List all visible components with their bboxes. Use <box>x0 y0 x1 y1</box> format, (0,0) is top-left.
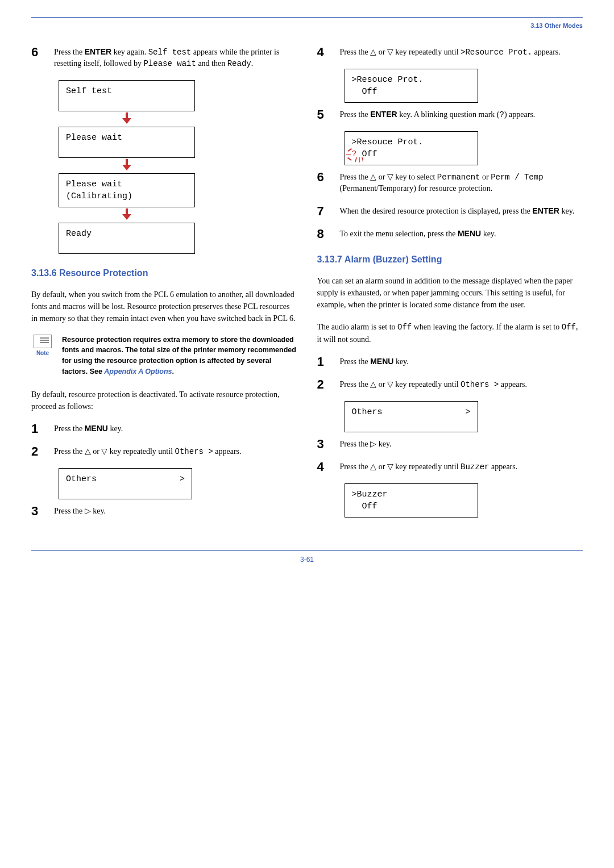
t: and then <box>196 59 227 68</box>
step-text: Press the ▷ key. <box>340 438 583 450</box>
step-number: 2 <box>317 378 329 391</box>
t: key repeatedly until <box>393 380 460 389</box>
down-arrow-icon <box>59 208 195 222</box>
key-name: ENTER <box>370 110 397 119</box>
lcd-line: > <box>180 473 185 494</box>
lcd-line: >Resouce Prot. <box>352 75 424 85</box>
para: By default, resource protection is deact… <box>31 389 297 412</box>
t: Press the <box>340 110 371 119</box>
t: key repeatedly until <box>393 462 460 471</box>
t: Press the <box>340 440 371 448</box>
t: or <box>91 447 102 456</box>
key-name: ENTER <box>533 206 559 215</box>
alarm-step-3: 3 Press the ▷ key. <box>317 438 583 450</box>
down-arrow-icon <box>59 159 195 172</box>
svg-marker-0 <box>122 112 131 124</box>
t: key. <box>559 207 574 215</box>
t: or <box>376 462 387 471</box>
top-rule <box>31 17 583 18</box>
down-triangle-icon: ▽ <box>101 445 107 457</box>
code: Please wait <box>143 59 196 68</box>
right-step-7: 7 When the desired resource protection i… <box>317 205 583 218</box>
step-text: Press the ▷ key. <box>54 505 297 517</box>
t: appears. <box>532 48 561 56</box>
step-number: 6 <box>317 171 329 183</box>
lcd-box-wrap: >Buzzer Off <box>345 483 583 518</box>
left-column: 6 Press the ENTER key again. Self test a… <box>31 46 297 528</box>
step-text: Press the △ or ▽ key repeatedly until >R… <box>340 46 583 58</box>
t: key. <box>481 229 496 238</box>
two-column-layout: 6 Press the ENTER key again. Self test a… <box>31 46 583 528</box>
note-icon: Note <box>31 335 54 356</box>
step-text: When the desired resource protection is … <box>340 205 583 217</box>
code: Self test <box>148 48 192 57</box>
step-text: Press the △ or ▽ key repeatedly until Ot… <box>340 378 583 390</box>
t: key. <box>108 424 123 433</box>
left-step-6: 6 Press the ENTER key again. Self test a… <box>31 46 297 70</box>
down-arrow-icon <box>59 112 195 126</box>
svg-marker-1 <box>122 159 131 170</box>
t: (Permanent/Temporary) for resource prote… <box>340 184 493 193</box>
code: Perm / Temp <box>491 173 543 182</box>
lcd-line: (Calibrating) <box>66 191 132 201</box>
t: Resource protection requires extra memor… <box>62 336 296 375</box>
lcd-box: Please wait (Calibrating) <box>59 173 195 207</box>
step-text: Press the ENTER key. A blinking question… <box>340 108 583 120</box>
lcd-box-wrap: Others > <box>345 401 583 432</box>
up-triangle-icon: △ <box>370 46 376 57</box>
step-number: 7 <box>317 205 329 218</box>
step-text: Press the MENU key. <box>340 356 583 368</box>
lcd-line: Off <box>352 87 377 97</box>
note-link[interactable]: Appendix A Options <box>104 368 172 375</box>
step-text: Press the △ or ▽ key to select Permanent… <box>340 171 583 195</box>
t: ) appears. <box>504 110 535 119</box>
t: or <box>376 380 387 389</box>
t: key. <box>91 507 106 515</box>
t: key repeatedly until <box>393 48 460 56</box>
right-step-6: 6 Press the △ or ▽ key to select Permane… <box>317 171 583 195</box>
right-step-4: 4 Press the △ or ▽ key repeatedly until … <box>317 46 583 59</box>
up-triangle-icon: △ <box>370 171 376 182</box>
footer: 3-61 <box>31 550 583 564</box>
alarm-step-4: 4 Press the △ or ▽ key repeatedly until … <box>317 461 583 473</box>
note-icon-glyph <box>34 335 52 348</box>
t: Press the <box>340 380 371 389</box>
right-column: 4 Press the △ or ▽ key repeatedly until … <box>317 46 583 528</box>
lcd-box: Others > <box>345 401 478 432</box>
t: To exit the menu selection, press the <box>340 229 458 238</box>
lcd-box: Please wait <box>59 127 195 158</box>
page-number: 3-61 <box>300 556 314 564</box>
lcd-box: Others > <box>59 468 192 499</box>
t: or <box>376 48 387 56</box>
blink-rays-icon <box>346 148 353 161</box>
note-label: Note <box>31 350 54 356</box>
svg-line-3 <box>355 157 356 162</box>
down-triangle-icon: ▽ <box>387 378 393 390</box>
step-number: 1 <box>317 356 329 368</box>
lcd-line: >Buzzer <box>352 490 388 499</box>
t: Press the <box>340 48 371 56</box>
t: . <box>172 368 174 375</box>
key-name: MENU <box>370 357 393 366</box>
key-name: MENU <box>458 229 481 238</box>
code: >Resource Prot. <box>460 48 532 57</box>
down-triangle-icon: ▽ <box>387 46 393 57</box>
t: Press the <box>340 462 371 471</box>
t: when leaving the factory. If the alarm i… <box>412 323 561 331</box>
heading-alarm-buzzer: 3.13.7 Alarm (Buzzer) Setting <box>317 254 583 265</box>
rp-step-1: 1 Press the MENU key. <box>31 423 297 435</box>
lcd-line: Off <box>352 502 377 511</box>
alarm-step-1: 1 Press the MENU key. <box>317 356 583 368</box>
t: or <box>480 173 491 181</box>
lcd-box: >Buzzer Off <box>345 483 478 518</box>
section-header: 3.13 Other Modes <box>31 22 583 29</box>
code: Others > <box>460 380 499 389</box>
up-triangle-icon: △ <box>370 378 376 390</box>
t: Press the <box>54 447 85 456</box>
t: appears. <box>489 462 517 471</box>
code: Off <box>397 323 412 332</box>
note-text: Resource protection requires extra memor… <box>62 335 297 377</box>
t: key repeatedly until <box>107 447 175 456</box>
t: or <box>376 173 387 181</box>
t: appears. <box>213 447 242 456</box>
